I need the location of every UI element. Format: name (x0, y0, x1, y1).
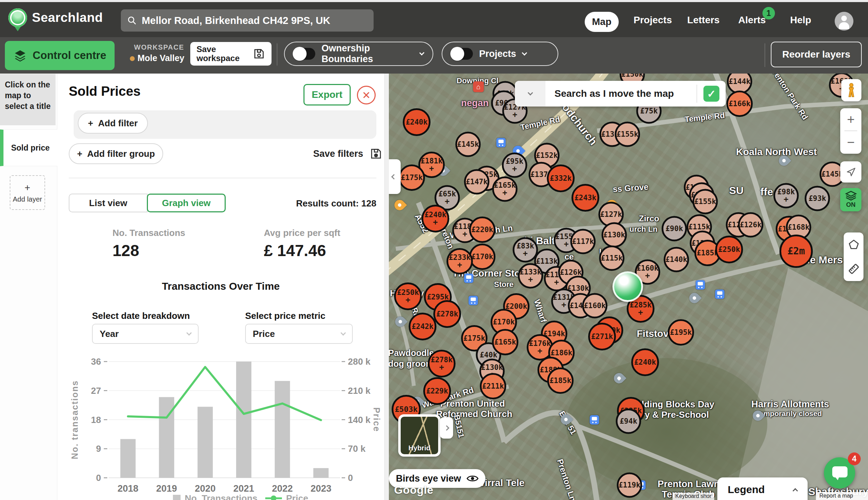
map-legend-panel[interactable]: Legend (717, 477, 808, 500)
selected-property-marker[interactable] (612, 271, 643, 302)
export-button[interactable]: Export (303, 84, 351, 105)
price-marker[interactable]: £250k (715, 236, 743, 263)
price-marker[interactable]: £126k (738, 212, 763, 238)
collapse-panel-tab[interactable] (389, 159, 401, 194)
sidebar-item-sold-price[interactable]: Sold price (0, 129, 57, 166)
add-layer-button[interactable]: + Add layer (10, 175, 45, 210)
map-poi-gray[interactable] (395, 316, 406, 327)
map-poi-bus[interactable] (473, 300, 483, 310)
price-marker[interactable]: £240k (403, 108, 431, 136)
date-breakdown-select[interactable]: Year (92, 324, 199, 344)
price-marker[interactable]: £160k (582, 293, 608, 319)
price-marker[interactable]: £250k+ (394, 282, 422, 310)
price-marker[interactable]: £165k (492, 329, 518, 355)
map-poi-cross[interactable]: + (561, 414, 571, 425)
map-poi-gray[interactable] (753, 410, 763, 421)
price-marker[interactable]: £220k (469, 217, 495, 243)
price-marker[interactable]: £170k (469, 244, 495, 270)
search-as-move-checkbox[interactable]: ✓ (703, 86, 719, 102)
graph-view-tab[interactable]: Graph view (147, 194, 226, 212)
map-poi-bus[interactable] (501, 143, 510, 152)
ownership-boundaries-toggle[interactable]: Ownership Boundaries (284, 42, 433, 66)
map-poi-bus[interactable] (641, 485, 650, 494)
address-search[interactable] (121, 9, 374, 32)
user-avatar[interactable] (835, 12, 853, 31)
nav-projects[interactable]: Projects (634, 15, 672, 26)
price-marker[interactable]: £155k (693, 189, 718, 214)
price-marker[interactable]: £165k+ (492, 177, 518, 202)
price-marker[interactable]: £145k (456, 132, 481, 157)
price-marker[interactable]: £240k (631, 348, 659, 376)
price-marker[interactable]: £117k (570, 229, 596, 254)
price-marker[interactable]: £211k (480, 373, 506, 399)
price-marker[interactable]: £119k (617, 473, 642, 498)
price-marker[interactable]: £133k+ (518, 263, 543, 289)
add-filter-group-button[interactable]: +Add filter group (69, 143, 163, 164)
price-marker[interactable]: £175k (399, 164, 425, 191)
reorder-layers-button[interactable]: Reorder layers 22 (771, 42, 862, 67)
price-marker[interactable]: £278k (433, 300, 461, 328)
add-filter-button[interactable]: +Add filter (78, 113, 148, 134)
keyboard-shortcuts[interactable]: Keyboard shor (673, 493, 714, 500)
price-marker[interactable]: £233k+ (446, 248, 473, 274)
map-poi-bus[interactable] (720, 294, 729, 304)
map-poi-amber[interactable] (394, 200, 405, 210)
toggle-switch-off[interactable] (451, 48, 473, 60)
hybrid-map-type-card[interactable]: Hybrid (398, 414, 441, 457)
map-poi-gray[interactable] (779, 155, 789, 166)
polygon-draw-icon[interactable] (848, 239, 860, 251)
price-marker[interactable]: £195k (668, 319, 694, 346)
save-filters-button[interactable]: Save filters (313, 147, 383, 160)
brand-logo[interactable]: Searchland (8, 8, 103, 27)
ruler-measure-icon[interactable] (848, 263, 860, 275)
price-marker[interactable]: £332k (547, 164, 575, 192)
price-marker[interactable]: £243k (571, 184, 599, 212)
price-marker[interactable]: £95k+ (502, 153, 527, 178)
map-poi-store[interactable] (469, 278, 478, 288)
nav-help[interactable]: Help (790, 15, 811, 26)
price-marker[interactable]: £130k (602, 222, 627, 248)
price-marker[interactable]: £2m (779, 235, 813, 268)
price-marker[interactable]: £140k (664, 247, 689, 272)
map-type-expand-button[interactable] (440, 417, 453, 439)
price-marker[interactable]: £242k (409, 313, 436, 340)
map-poi-home[interactable]: ⌂ (478, 87, 489, 98)
nav-alerts[interactable]: Alerts (738, 15, 766, 26)
close-panel-button[interactable]: ✕ (357, 86, 376, 104)
map-poi-gray[interactable] (689, 293, 700, 303)
map-poi-bus[interactable] (594, 420, 604, 429)
control-centre-button[interactable]: Control centre (5, 41, 115, 70)
toggle-switch-off[interactable] (294, 48, 315, 60)
zoom-in-button[interactable]: + (840, 108, 861, 130)
price-marker[interactable]: £98k+ (774, 183, 799, 209)
price-marker[interactable]: £271k (588, 323, 616, 350)
price-marker[interactable]: £115k (599, 246, 625, 271)
map-poi-grad[interactable]: ◆ (614, 373, 624, 383)
zoom-out-button[interactable]: − (840, 131, 861, 153)
price-marker[interactable]: £93k (805, 186, 830, 211)
price-marker[interactable]: £94k (616, 409, 641, 434)
report-map-error[interactable]: Report a map error (816, 492, 868, 500)
search-input[interactable] (142, 15, 367, 26)
collapse-search-bar[interactable] (515, 81, 545, 107)
nav-letters[interactable]: Letters (687, 15, 719, 26)
street-view-pegman[interactable] (841, 79, 861, 101)
price-marker[interactable]: £185k (547, 367, 574, 394)
price-marker[interactable]: £166k (726, 91, 753, 117)
price-marker[interactable]: £240k+ (422, 205, 449, 232)
map[interactable]: Downing Clnegan P TWoodchurchTemple RdTe… (389, 74, 868, 500)
workspace-name[interactable]: Mole Valley (137, 53, 184, 63)
panel-scrollbar[interactable] (384, 74, 389, 500)
price-marker[interactable]: £155k (615, 122, 640, 147)
price-marker[interactable]: £278k+ (428, 350, 456, 378)
price-metric-select[interactable]: Price (245, 324, 353, 344)
projects-toggle[interactable]: Projects (442, 42, 558, 66)
nav-map[interactable]: Map (585, 12, 619, 32)
map-poi-bus[interactable] (700, 285, 710, 294)
locate-button[interactable] (840, 161, 861, 183)
price-marker[interactable]: £147k (464, 169, 490, 195)
list-view-tab[interactable]: List view (69, 194, 148, 212)
price-marker[interactable]: £90k (662, 216, 687, 241)
layers-on-button[interactable]: ON (840, 188, 861, 211)
price-marker[interactable]: £229k (423, 377, 451, 405)
